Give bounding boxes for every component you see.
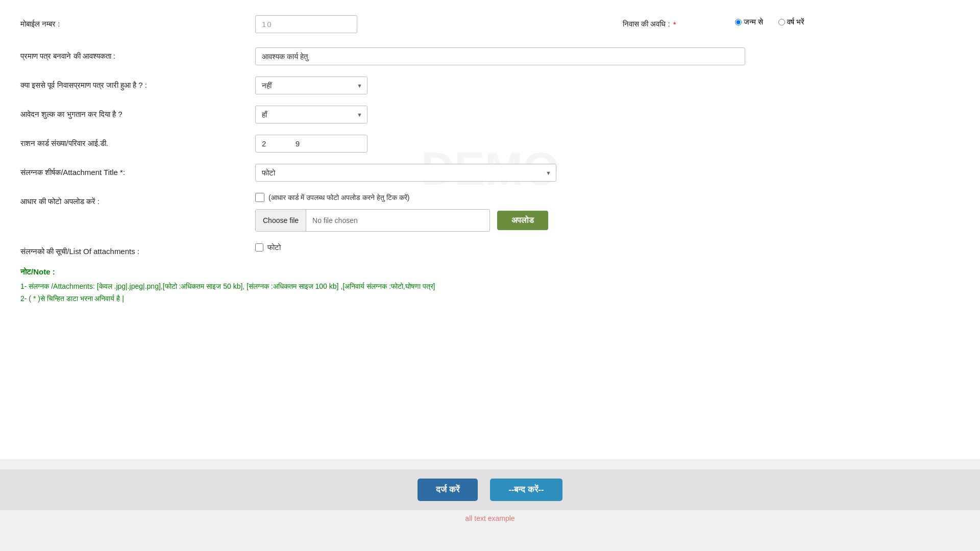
choose-file-button[interactable]: Choose file	[256, 210, 306, 231]
note-section: नोट/Note : 1- संलग्नक /Attachments: [केव…	[20, 267, 960, 305]
fee-paid-select-wrapper: हाँ नहीं	[255, 106, 368, 123]
attachment-item-checkbox[interactable]	[255, 243, 263, 252]
previous-cert-select-wrapper: नहीं हाँ	[255, 77, 368, 94]
aadhar-photo-label: आधार की फोटो अपलोड करें :	[20, 193, 255, 206]
fee-paid-label: आवेदन शुल्क का भुगतान कर दिया है ?	[20, 106, 255, 119]
purpose-input[interactable]	[255, 47, 745, 65]
note-line1: 1- संलग्नक /Attachments: [केवल .jpg|.jpe…	[20, 281, 960, 293]
file-upload-row: Choose file No file chosen अपलोड	[255, 209, 960, 232]
radio-years-input[interactable]	[778, 19, 785, 26]
ration-input[interactable]	[255, 135, 368, 153]
previous-cert-label: क्या इससे पूर्व निवासप्रमाण पत्र जारी हु…	[20, 77, 255, 90]
attachment-item-label: फोटो	[267, 243, 281, 252]
purpose-label: प्रमाण पत्र बनवाने की आवश्यकता :	[20, 47, 255, 61]
attachment-title-label: संलग्नक शीर्षक/Attachment Title *:	[20, 164, 255, 177]
no-file-text: No file chosen	[306, 216, 364, 224]
submit-button[interactable]: दर्ज करें	[418, 479, 478, 501]
mobile-label: मोबाईल नम्बर :	[20, 15, 255, 29]
residence-radio-group: जन्म से वर्ष भरें	[735, 15, 804, 27]
file-input-container: Choose file No file chosen	[255, 209, 490, 232]
footer-note: all text example	[0, 510, 980, 524]
note-line2: 2- ( * )से चिन्हित डाटा भरना अनिवार्य है…	[20, 293, 960, 305]
attachments-list-label: संलग्नको की सूची/List Of attachments :	[20, 243, 255, 256]
required-star: *	[673, 20, 676, 29]
note-title: नोट/Note :	[20, 267, 960, 277]
radio-birth[interactable]: जन्म से	[735, 17, 763, 27]
mobile-input[interactable]	[255, 15, 357, 33]
close-button[interactable]: --बन्द करें--	[490, 479, 562, 501]
radio-birth-input[interactable]	[735, 19, 742, 26]
aadhar-checkbox-label: (आधार कार्ड में उपलब्ध फोटो अपलोड करने ह…	[268, 193, 409, 202]
attachments-list: फोटो	[255, 243, 960, 252]
aadhar-checkbox[interactable]	[255, 193, 264, 202]
attachment-title-select[interactable]: फोटो	[255, 164, 556, 182]
fee-paid-select[interactable]: हाँ नहीं	[255, 106, 368, 123]
radio-years[interactable]: वर्ष भरें	[778, 17, 804, 27]
upload-button[interactable]: अपलोड	[497, 211, 548, 230]
aadhar-checkbox-row: (आधार कार्ड में उपलब्ध फोटो अपलोड करने ह…	[255, 193, 960, 202]
previous-cert-select[interactable]: नहीं हाँ	[255, 77, 368, 94]
footer-bar: दर्ज करें --बन्द करें--	[0, 469, 980, 510]
attachment-title-wrapper: फोटो	[255, 164, 556, 182]
ration-label: राशन कार्ड संख्या/परिवार आई.डी.	[20, 135, 255, 148]
residence-label: निवास की अवधि : *	[623, 15, 735, 29]
